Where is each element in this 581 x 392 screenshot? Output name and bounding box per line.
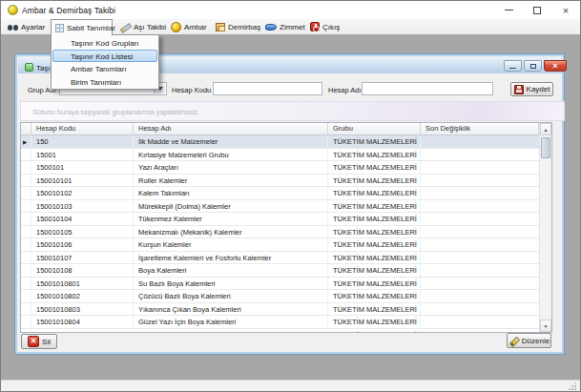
title-bar: Ambar & Demirbaş Takibi ×: [1, 1, 580, 19]
table-row[interactable]: 15001010801Su Bazlı Boya KalemleriTÜKETİ…: [21, 278, 539, 291]
table-cell: Yazı Araçları: [134, 161, 328, 174]
close-button[interactable]: ×: [551, 1, 580, 19]
table-cell: 15001010804: [31, 316, 134, 328]
scrollbar-thumb[interactable]: [541, 137, 550, 158]
table-cell: [421, 278, 539, 290]
table-row[interactable]: 150010107İşaretleme Kalemleri ve Fosforl…: [21, 252, 539, 265]
minimize-icon: [509, 68, 516, 70]
row-indicator-cell: [21, 175, 31, 187]
maximize-icon: [530, 64, 536, 69]
child-maximize-button[interactable]: [524, 60, 542, 72]
menu-label: Zimmet: [280, 23, 305, 31]
table-row[interactable]: 1500101Yazı AraçlarıTÜKETİM MALZEMELERİ: [21, 161, 539, 175]
table-cell: [421, 226, 539, 238]
table-row[interactable]: 150010104Tükenmez KalemlerTÜKETİM MALZEM…: [21, 213, 539, 226]
table-cell: 150010102: [31, 187, 134, 199]
table-row[interactable]: 15001010803Yıkanınca Çıkan Boya Kalemler…: [21, 303, 539, 317]
pencil-icon: [508, 336, 519, 346]
table-row[interactable]: 15001010804Güzel Yazı İçin Boya Kalemler…: [21, 316, 539, 329]
menu-item-zimmet[interactable]: Zimmet: [261, 19, 309, 34]
column-header-grubu[interactable]: Grubu: [328, 123, 421, 134]
row-indicator-cell: [21, 278, 31, 290]
column-header-son-degisiklik[interactable]: Son Değişiklik: [421, 123, 539, 134]
table-row[interactable]: 15001010802Çözücü Bazlı Boya KalemleriTÜ…: [21, 290, 539, 303]
table-cell: [421, 149, 539, 161]
delete-button-label: Sil: [42, 338, 51, 346]
menu-item-cikis[interactable]: Çıkış: [306, 19, 343, 34]
table-row[interactable]: 15001010805KalemlerTÜKETİM MALZEMELERİ: [21, 329, 539, 333]
menu-item-asi-takibi[interactable]: Aşı Takibi: [116, 19, 170, 34]
table-cell: TÜKETİM MALZEMELERİ: [328, 238, 421, 251]
account-code-input[interactable]: [213, 82, 322, 95]
table-header-row: Hesap Kodu Hesap Adı Grubu Son Değişikli…: [21, 123, 539, 135]
table-body: ▶150İlk Madde ve MalzemelerTÜKETİM MALZE…: [21, 135, 539, 332]
scroll-down-arrow[interactable]: ▼: [540, 320, 551, 332]
table-row[interactable]: 150010102Kalem TakımlarıTÜKETİM MALZEMEL…: [21, 187, 539, 200]
table-cell: TÜKETİM MALZEMELERİ: [328, 303, 421, 316]
group-by-panel[interactable]: Sütunu buraya taşıyarak gruplandırma yap…: [20, 101, 565, 121]
menu-item-tasinir-kod-gruplari[interactable]: Taşınır Kod Grupları: [52, 36, 157, 50]
table-cell: TÜKETİM MALZEMELERİ: [328, 135, 421, 148]
menu-item-demirbas[interactable]: Demirbaş: [212, 19, 264, 34]
scroll-up-arrow[interactable]: ▲: [540, 123, 551, 135]
menu-item-birim-tanimlari[interactable]: Birim Tanımları: [52, 75, 157, 89]
menu-item-sabit-tanimlar[interactable]: Sabit Tanımlar: [51, 19, 113, 35]
table-cell: TÜKETİM MALZEMELERİ: [328, 213, 421, 225]
table-row[interactable]: 150010106Kurşun KalemlerTÜKETİM MALZEMEL…: [21, 238, 539, 252]
resize-grip[interactable]: [568, 382, 577, 390]
table-cell: [421, 303, 539, 316]
table-cell: Tükenmez Kalemler: [134, 213, 328, 225]
maximize-button[interactable]: [523, 1, 551, 19]
group-by-hint: Sütunu buraya taşıyarak gruplandırma yap…: [32, 108, 199, 116]
account-name-input[interactable]: [362, 82, 493, 95]
menu-item-ambar-tanimlari[interactable]: Ambar Tanımları: [52, 62, 157, 75]
table-cell: TÜKETİM MALZEMELERİ: [328, 200, 421, 213]
table-cell: [421, 252, 539, 264]
table-row[interactable]: ▶150İlk Madde ve MalzemelerTÜKETİM MALZE…: [21, 135, 539, 149]
vertical-scrollbar[interactable]: ▲ ▼: [539, 123, 551, 332]
table-cell: 150010107: [31, 252, 134, 264]
table-row[interactable]: 150010101Roller KalemlerTÜKETİM MALZEMEL…: [21, 175, 539, 188]
row-indicator-cell: [21, 329, 31, 333]
column-header-hesap-adi[interactable]: Hesap Adı: [134, 123, 328, 134]
edit-button-label: Düzenle: [522, 337, 550, 345]
table-row[interactable]: 15001Kırtasiye Malzemeleri GrubuTÜKETİM …: [21, 149, 539, 162]
hand-icon: [265, 24, 277, 31]
red-x-icon: ✕: [28, 336, 39, 347]
status-bar: [1, 380, 580, 392]
row-indicator-cell: [21, 213, 31, 225]
menu-item-ambar[interactable]: Ambar: [167, 19, 211, 34]
save-button[interactable]: Kaydet: [510, 82, 553, 96]
table-row[interactable]: 150010105Mekanizmalı (Mekanik) KalemlerT…: [21, 226, 539, 239]
column-header-hesap-kodu[interactable]: Hesap Kodu: [31, 123, 134, 134]
menu-item-tasinir-kod-listesi[interactable]: Taşınır Kod Listesi: [52, 50, 157, 63]
table-row[interactable]: 150010103Mürekkepli (Dolma) KalemlerTÜKE…: [21, 200, 539, 214]
row-indicator-cell: [21, 226, 31, 238]
table-cell: TÜKETİM MALZEMELERİ: [328, 175, 421, 187]
child-close-button[interactable]: ×: [544, 60, 567, 72]
table-cell: 15001010802: [31, 290, 134, 302]
table-cell: TÜKETİM MALZEMELERİ: [328, 187, 421, 199]
table-row[interactable]: 150010108Boya KalemleriTÜKETİM MALZEMELE…: [21, 264, 539, 278]
table-cell: Kırtasiye Malzemeleri Grubu: [134, 149, 328, 161]
row-indicator-cell: ▶: [21, 135, 31, 148]
save-button-label: Kaydet: [527, 85, 550, 93]
row-indicator-cell: [21, 290, 31, 302]
delete-button[interactable]: ✕ Sil: [21, 334, 57, 349]
menu-item-ayarlar[interactable]: Ayarlar: [4, 19, 49, 34]
table-cell: 150010104: [31, 213, 134, 225]
syringe-icon: [120, 22, 131, 31]
window-title: Ambar & Demirbaş Takibi: [22, 6, 115, 15]
minimize-button[interactable]: [494, 1, 523, 19]
table-cell: 15001010805: [31, 329, 134, 333]
account-code-label: Hesap Kodu: [172, 86, 211, 94]
grid-icon: [55, 24, 64, 32]
edit-button[interactable]: Düzenle: [507, 333, 551, 348]
table-cell: [421, 213, 539, 225]
child-minimize-button[interactable]: [504, 60, 522, 72]
table-cell: [421, 264, 539, 277]
row-indicator-cell: [21, 187, 31, 199]
table-cell: TÜKETİM MALZEMELERİ: [328, 278, 421, 290]
table-cell: Boya Kalemleri: [134, 264, 328, 277]
table-cell: 150010108: [31, 264, 134, 277]
